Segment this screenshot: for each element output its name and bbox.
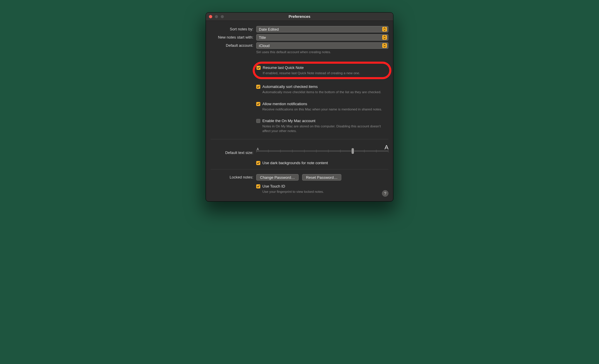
reset-password-button[interactable]: Reset Password… (302, 174, 341, 181)
mentions-label: Allow mention notifications (262, 102, 307, 106)
on-my-mac-checkbox[interactable] (256, 119, 260, 123)
locked-notes-buttons: Change Password… Reset Password… (256, 174, 388, 181)
sort-notes-value: Date Edited (259, 27, 279, 32)
resume-quick-note-hint: If enabled, resume last Quick Note inste… (257, 71, 387, 76)
default-account-label: Default account: (211, 42, 256, 48)
updown-stepper-icon (382, 27, 387, 32)
auto-sort-hint: Automatically move checklist items to th… (256, 90, 388, 95)
on-my-mac-hint: Notes in On My Mac are stored on this co… (256, 124, 388, 133)
text-size-row: Default text size: A A (211, 144, 388, 155)
auto-sort-checkbox[interactable] (256, 85, 260, 89)
auto-sort-row: Automatically sort checked items Automat… (211, 84, 388, 137)
auto-sort-label: Automatically sort checked items (262, 84, 318, 89)
dark-bg-checkbox[interactable] (256, 161, 260, 165)
updown-stepper-icon (382, 35, 387, 40)
slider-scale-labels: A A (256, 144, 388, 151)
change-password-button[interactable]: Change Password… (256, 174, 299, 181)
help-glyph: ? (384, 191, 386, 196)
slider-thumb[interactable] (352, 148, 354, 154)
sort-notes-select[interactable]: Date Edited (256, 26, 388, 32)
section-divider (211, 169, 388, 169)
highlight-annotation: Resume last Quick Note If enabled, resum… (253, 62, 391, 79)
siri-hint: Siri uses this default account when crea… (256, 50, 388, 55)
titlebar: Preferences (206, 13, 393, 21)
resume-quick-note-checkbox[interactable] (257, 66, 261, 70)
touch-id-checkbox[interactable] (256, 184, 260, 188)
section-divider (211, 139, 388, 139)
dark-bg-label: Use dark backgrounds for note content (262, 161, 328, 165)
touch-id-option: Use Touch ID (256, 184, 388, 188)
touch-id-label: Use Touch ID (262, 184, 285, 188)
text-size-slider[interactable] (256, 150, 388, 152)
text-size-slider-container: A A (256, 144, 388, 152)
dark-bg-row: Use dark backgrounds for note content (211, 161, 388, 165)
dark-bg-option: Use dark backgrounds for note content (256, 161, 388, 165)
text-size-label: Default text size: (211, 144, 256, 155)
start-with-label: New notes start with: (211, 34, 256, 39)
sort-notes-row: Sort notes by: Date Edited (211, 26, 388, 32)
resume-quick-note-option: Resume last Quick Note (257, 65, 387, 70)
locked-notes-row: Locked notes: Change Password… Reset Pas… (211, 174, 388, 181)
window-title: Preferences (206, 14, 393, 19)
default-account-select[interactable]: iCloud (256, 42, 388, 49)
preferences-window: Preferences Sort notes by: Date Edited N… (206, 12, 393, 202)
start-with-select[interactable]: Title (256, 34, 388, 41)
on-my-mac-option: Enable the On My Mac account (256, 119, 388, 123)
touch-id-row: Use Touch ID Use your fingerprint to vie… (211, 184, 388, 194)
touch-id-hint: Use your fingerprint to view locked note… (256, 190, 388, 194)
mentions-option: Allow mention notifications (256, 102, 388, 106)
start-with-value: Title (259, 35, 266, 40)
on-my-mac-label: Enable the On My Mac account (262, 119, 315, 123)
resume-quick-note-row: Resume last Quick Note If enabled, resum… (211, 62, 388, 79)
slider-ticks (256, 150, 388, 152)
default-account-row: Default account: iCloud Siri uses this d… (211, 42, 388, 55)
mentions-checkbox[interactable] (256, 102, 260, 106)
resume-quick-note-label: Resume last Quick Note (263, 65, 304, 70)
sort-notes-label: Sort notes by: (211, 26, 256, 31)
help-button[interactable]: ? (382, 190, 388, 197)
mentions-hint: Receive notifications on this Mac when y… (256, 107, 388, 112)
text-size-max-label: A (385, 144, 388, 151)
locked-notes-label: Locked notes: (211, 174, 256, 179)
default-account-value: iCloud (259, 44, 270, 48)
preferences-content: Sort notes by: Date Edited New notes sta… (206, 21, 393, 201)
auto-sort-option: Automatically sort checked items (256, 84, 388, 89)
updown-stepper-icon (382, 43, 387, 48)
start-with-row: New notes start with: Title (211, 34, 388, 41)
